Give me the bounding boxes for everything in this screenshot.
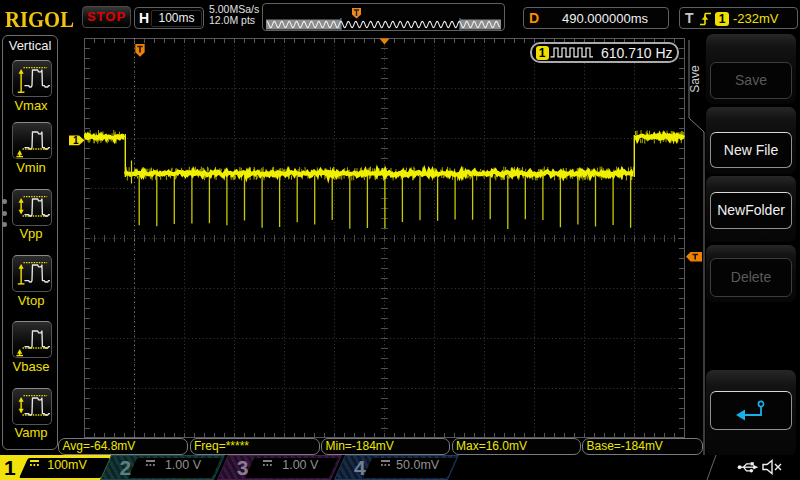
svg-text:1: 1 [73,135,79,146]
